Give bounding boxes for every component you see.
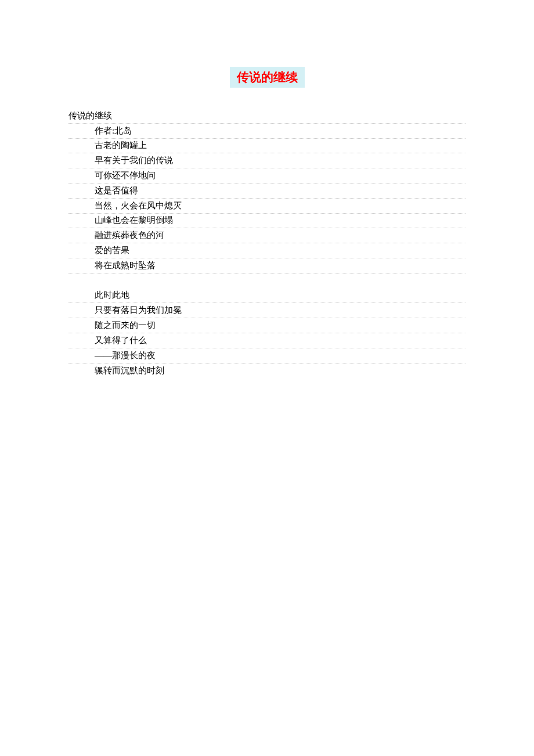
poem-line: 早有关于我们的传说 (68, 153, 466, 168)
poem-line-text: 山峰也会在黎明倒塌 (68, 215, 174, 226)
page-container: 传说的继续 传说的继续 作者:北岛 古老的陶罐上 早有关于我们的传说 可你还不停… (0, 0, 534, 378)
poem-line-text: 古老的陶罐上 (68, 140, 148, 151)
poem-line-text: 爱的苦果 (68, 245, 131, 256)
poem-line-text: 这是否值得 (68, 185, 139, 196)
poem-line: 将在成熟时坠落 (68, 258, 466, 273)
poem-line-text: 可你还不停地问 (68, 170, 157, 181)
poem-line-text: 只要有落日为我们加冕 (68, 305, 183, 316)
poem-line: 古老的陶罐上 (68, 139, 466, 154)
poem-line: 只要有落日为我们加冕 (68, 303, 466, 318)
poem-line-text: 早有关于我们的传说 (68, 155, 174, 166)
poem-line: 这是否值得 (68, 183, 466, 199)
poem-line-text: 融进殡葬夜色的河 (68, 230, 165, 241)
poem-empty-line (68, 273, 466, 289)
poem-line: 又算得了什么 (68, 333, 466, 348)
poem-line: 爱的苦果 (68, 243, 466, 258)
poem-content: 传说的继续 作者:北岛 古老的陶罐上 早有关于我们的传说 可你还不停地问 这是否… (68, 109, 466, 378)
poem-line-text: 当然，火会在风中熄灭 (68, 200, 183, 211)
document-title: 传说的继续 (230, 67, 305, 88)
poem-author-text: 作者:北岛 (68, 125, 133, 136)
poem-line-text: 又算得了什么 (68, 335, 148, 346)
poem-line: 山峰也会在黎明倒塌 (68, 214, 466, 229)
poem-line-text: 随之而来的一切 (68, 320, 157, 331)
poem-line: 融进殡葬夜色的河 (68, 228, 466, 243)
poem-author-line: 作者:北岛 (68, 124, 466, 139)
poem-line: 此时此地 (68, 289, 466, 304)
poem-line: 辗转而沉默的时刻 (68, 363, 466, 379)
poem-line-text: 辗转而沉默的时刻 (68, 365, 165, 376)
poem-line-text: 将在成熟时坠落 (68, 260, 157, 271)
poem-line: 随之而来的一切 (68, 318, 466, 333)
poem-line: 可你还不停地问 (68, 168, 466, 183)
poem-line-text: 此时此地 (68, 290, 131, 301)
title-wrapper: 传说的继续 (68, 67, 466, 98)
poem-line-text: ——那漫长的夜 (68, 350, 157, 361)
poem-line: ——那漫长的夜 (68, 348, 466, 363)
poem-line: 当然，火会在风中熄灭 (68, 199, 466, 214)
poem-title-text: 传说的继续 (68, 110, 113, 121)
poem-title-line: 传说的继续 (68, 109, 466, 124)
